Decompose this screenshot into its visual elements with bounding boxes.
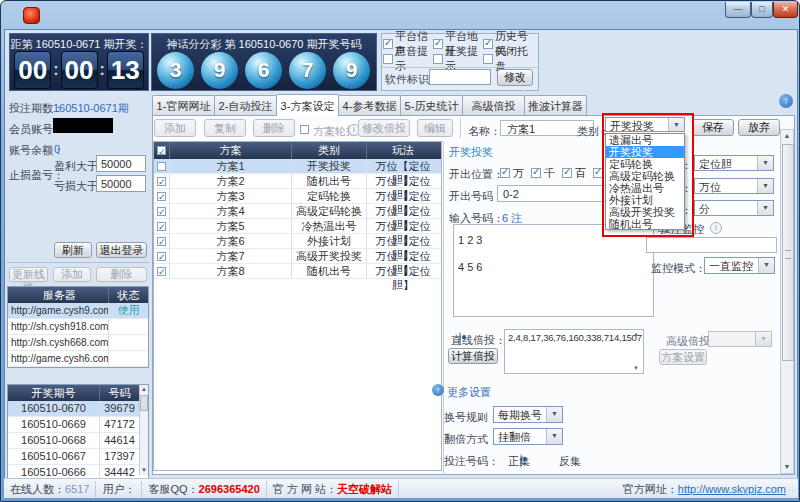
unit-mode-dropdown[interactable]: 分▼ [694, 200, 774, 216]
refresh-button[interactable]: 刷新 [54, 242, 92, 258]
plan-row[interactable]: 方案3 定码轮换 万位【定位胆】 [154, 189, 441, 204]
history-row[interactable]: 160510-0667 17397 [8, 449, 148, 465]
option-checkbox-item[interactable]: 开奖提示 [433, 51, 483, 66]
scrollbar-thumb[interactable] [782, 144, 794, 361]
position-checkbox-item[interactable]: 千 [531, 166, 555, 180]
checkbox[interactable] [433, 39, 443, 49]
modify-button[interactable]: 修改 [497, 69, 533, 86]
tab[interactable]: 高级倍投 [462, 95, 525, 115]
software-id-input[interactable] [429, 69, 491, 85]
chevron-down-icon: ▼ [755, 332, 771, 346]
scroll-up-icon[interactable]: ▲ [633, 331, 639, 337]
tab[interactable]: 2-自动投注 [214, 95, 277, 115]
plan-row-checkbox[interactable] [157, 237, 166, 246]
plan-row[interactable]: 方案6 外接计划 万位【定位胆】 [154, 234, 441, 249]
plan-copy-button[interactable]: 复制 [204, 119, 246, 137]
collapse-panel-icon[interactable]: ↑ [779, 94, 793, 108]
more-settings-link[interactable]: 更多设置 [447, 385, 491, 400]
change-rule-label: 换号规则： [444, 410, 499, 425]
plan-row[interactable]: 方案7 高级开奖投奖 万位【定位胆】 [154, 249, 441, 264]
logout-button[interactable]: 退出登录 [96, 242, 147, 258]
plan-row[interactable]: 方案8 随机出号 万位【定位胆】 [154, 264, 441, 279]
bet-period-value: 160510-0671期 [53, 101, 129, 116]
plan-row-checkbox[interactable] [157, 267, 166, 276]
timer-hours: 00 [14, 51, 51, 89]
scroll-down-icon[interactable]: ▼ [140, 466, 148, 475]
tab[interactable]: 1-官网网址 [152, 95, 215, 115]
update-line-button[interactable]: 更新线路 [9, 267, 48, 282]
scroll-up-icon[interactable]: ▲ [140, 385, 148, 394]
scroll-down-icon[interactable]: ▼ [633, 365, 639, 371]
tab[interactable]: 5-历史统计 [400, 95, 463, 115]
save-button[interactable]: 保存 [692, 119, 734, 136]
scrollbar-thumb[interactable] [140, 395, 148, 411]
checkbox[interactable] [483, 54, 493, 64]
linear-multiplier-input[interactable]: 2,4,8,17,36,76,160,338,714,1507 [504, 329, 644, 374]
discard-button[interactable]: 放弃 [738, 119, 780, 136]
server-row[interactable]: http://sh.cysh668.com [8, 335, 148, 351]
advanced-multiplier-dropdown[interactable]: ▼ [708, 331, 772, 347]
plan-row[interactable]: 方案1 开奖投奖 万位【定位胆】 [154, 159, 441, 174]
monitor-input[interactable] [646, 237, 777, 253]
online-count: 在线人数：6517 [4, 481, 96, 497]
more-settings-icon[interactable]: ↑ [432, 384, 444, 396]
plan-row[interactable]: 方案5 冷热温出号 万位【定位胆】 [154, 219, 441, 234]
plan-add-button[interactable]: 添加 [154, 119, 196, 137]
loss-input[interactable]: 50000 [96, 175, 146, 192]
position-dropdown[interactable]: 万位▼ [694, 178, 774, 194]
scroll-up-icon[interactable]: ▲ [781, 130, 793, 142]
plan-settings-button[interactable]: 方案设置 [659, 349, 707, 365]
settings-scrollbar[interactable]: ▲ ▼ [780, 129, 794, 474]
numbers-textarea[interactable]: 1 2 3 4 5 6 [453, 224, 654, 317]
maximize-button[interactable]: □ [751, 2, 773, 18]
server-row[interactable]: http://game.cysh9.com 使用 [8, 303, 148, 319]
plan-rotate-checkbox[interactable] [300, 125, 309, 134]
minimize-button[interactable]: — [725, 2, 751, 18]
select-all-checkbox[interactable] [157, 146, 166, 155]
change-rule-dropdown[interactable]: 每期换号▼ [493, 406, 563, 423]
plan-row[interactable]: 方案4 高级定码轮换 万位【定位胆】 [154, 204, 441, 219]
history-scrollbar[interactable]: ▲ ▼ [139, 385, 148, 475]
plan-edit-button[interactable]: 编辑 [417, 119, 453, 137]
position-checkbox-item[interactable]: 万 [500, 166, 524, 180]
double-mode-dropdown[interactable]: 挂翻倍▼ [493, 428, 563, 445]
plan-row-checkbox[interactable] [157, 252, 166, 261]
plan-delete-button[interactable]: 删除 [253, 119, 295, 137]
checkbox[interactable] [383, 54, 393, 64]
plan-row-checkbox[interactable] [157, 222, 166, 231]
history-row[interactable]: 160510-0670 39679 [8, 401, 148, 417]
history-row[interactable]: 160510-0669 47172 [8, 417, 148, 433]
server-row[interactable]: http://game.cysh6.com:5... [8, 351, 148, 367]
add-line-button[interactable]: 添加 [53, 267, 91, 282]
modify-bet-button[interactable]: 修改倍投 [358, 119, 410, 137]
official-url-link[interactable]: http://www.skypjz.com [678, 483, 786, 495]
tab[interactable]: 推波计算器 [524, 95, 587, 115]
play-type-dropdown[interactable]: 定位胆▼ [694, 155, 774, 171]
plan-row-checkbox[interactable] [157, 162, 166, 171]
position-checkbox-item[interactable]: 百 [562, 166, 586, 180]
checkbox[interactable] [433, 54, 443, 64]
plan-row-checkbox[interactable] [157, 177, 166, 186]
option-checkbox-item[interactable]: 声音提示 [383, 51, 433, 66]
checkbox[interactable] [531, 168, 541, 178]
plan-row[interactable]: 方案2 随机出号 万位【定位胆】 [154, 174, 441, 189]
history-row[interactable]: 160510-0668 44614 [8, 433, 148, 449]
lottery-ball: 3 [157, 52, 194, 89]
scroll-down-icon[interactable]: ▼ [781, 461, 793, 473]
monitor-mode-dropdown[interactable]: 一直监控▼ [704, 257, 775, 274]
option-checkbox-item[interactable]: 关闭托盘 [483, 51, 533, 66]
checkbox[interactable] [383, 39, 393, 49]
server-row[interactable]: http://sh.cysh918.com [8, 319, 148, 335]
delete-line-button[interactable]: 删除 [96, 267, 147, 282]
plan-row-checkbox[interactable] [157, 207, 166, 216]
checkbox[interactable] [562, 168, 572, 178]
close-button[interactable]: ✕ [773, 2, 798, 18]
checkbox[interactable] [500, 168, 510, 178]
resize-grip-icon[interactable]: .: [788, 484, 798, 493]
profit-input[interactable]: 50000 [96, 155, 146, 172]
checkbox[interactable] [483, 39, 493, 49]
tab[interactable]: 4-参考数据 [338, 95, 401, 115]
calculate-multiplier-button[interactable]: 计算倍投 [448, 348, 498, 364]
plan-row-checkbox[interactable] [157, 192, 166, 201]
tab[interactable]: 3-方案设定 [276, 94, 339, 116]
